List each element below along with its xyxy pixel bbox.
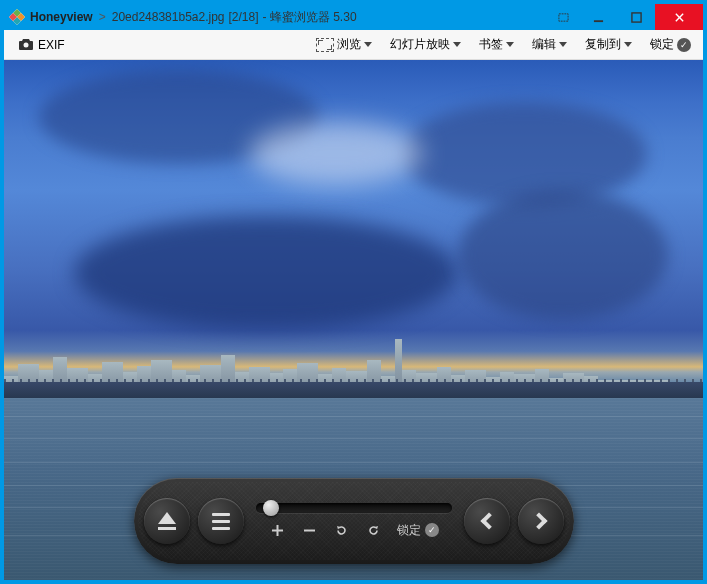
hud-lock-label: 锁定 [397,522,421,539]
browse-label: 浏览 [337,36,361,53]
chevron-right-icon [530,513,547,530]
minus-icon [302,523,317,538]
slider-knob[interactable] [263,500,279,516]
app-name: Honeyview [30,10,93,24]
chevron-down-icon [559,42,567,47]
svg-rect-5 [558,13,567,20]
copy-to-menu[interactable]: 复制到 [581,34,636,55]
hud-lock-toggle[interactable]: 锁定 [397,522,439,539]
lock-label: 锁定 [650,36,674,53]
lock-toggle[interactable]: 锁定 [646,34,695,55]
close-icon [674,12,685,23]
check-circle-icon [677,38,691,52]
fullscreen-button[interactable] [547,4,579,30]
menu-icon [212,513,230,530]
chevron-down-icon [453,42,461,47]
edit-menu[interactable]: 编辑 [528,34,571,55]
minimize-button[interactable] [579,4,617,30]
title-filename: 20ed248381b5a2.jpg [112,10,225,24]
plus-icon [270,523,285,538]
exif-button[interactable]: EXIF [12,36,71,54]
image-viewport[interactable]: 锁定 [4,60,703,580]
title-app-suffix: - 蜂蜜浏览器 5.30 [263,9,357,26]
minimize-icon [593,12,604,23]
bookmark-label: 书签 [479,36,503,53]
svg-point-10 [24,43,29,48]
maximize-icon [631,12,642,23]
app-logo-icon [8,8,26,26]
next-button[interactable] [518,498,564,544]
chevron-down-icon [624,42,632,47]
eject-icon [158,512,176,530]
rotate-left-icon [334,523,349,538]
zoom-out-button[interactable] [301,521,319,539]
chevron-down-icon [506,42,514,47]
toolbar: EXIF 浏览 幻灯片放映 书签 编辑 复制到 [4,30,703,60]
rotate-left-button[interactable] [333,521,351,539]
slideshow-label: 幻灯片放映 [390,36,450,53]
rotate-right-icon [366,523,381,538]
rotate-right-button[interactable] [365,521,383,539]
copy-to-label: 复制到 [585,36,621,53]
title-counter: [2/18] [229,10,259,24]
prev-button[interactable] [464,498,510,544]
menu-button[interactable] [198,498,244,544]
svg-rect-7 [631,12,640,21]
edit-label: 编辑 [532,36,556,53]
fit-window-icon [316,38,334,52]
zoom-in-button[interactable] [269,521,287,539]
exif-label: EXIF [38,38,65,52]
slideshow-menu[interactable]: 幻灯片放映 [386,34,465,55]
close-button[interactable] [655,4,703,30]
progress-slider[interactable] [256,503,452,513]
bookmark-menu[interactable]: 书签 [475,34,518,55]
chevron-down-icon [364,42,372,47]
eject-button[interactable] [144,498,190,544]
camera-icon [18,38,34,51]
app-window: Honeyview > 20ed248381b5a2.jpg [2/18] - … [4,4,703,580]
check-circle-icon [425,523,439,537]
maximize-button[interactable] [617,4,655,30]
title-separator: > [99,10,106,24]
chevron-left-icon [480,513,497,530]
fullscreen-icon [558,12,569,23]
control-bar: 锁定 [134,478,574,564]
titlebar: Honeyview > 20ed248381b5a2.jpg [2/18] - … [4,4,703,30]
browse-menu[interactable]: 浏览 [312,34,376,55]
